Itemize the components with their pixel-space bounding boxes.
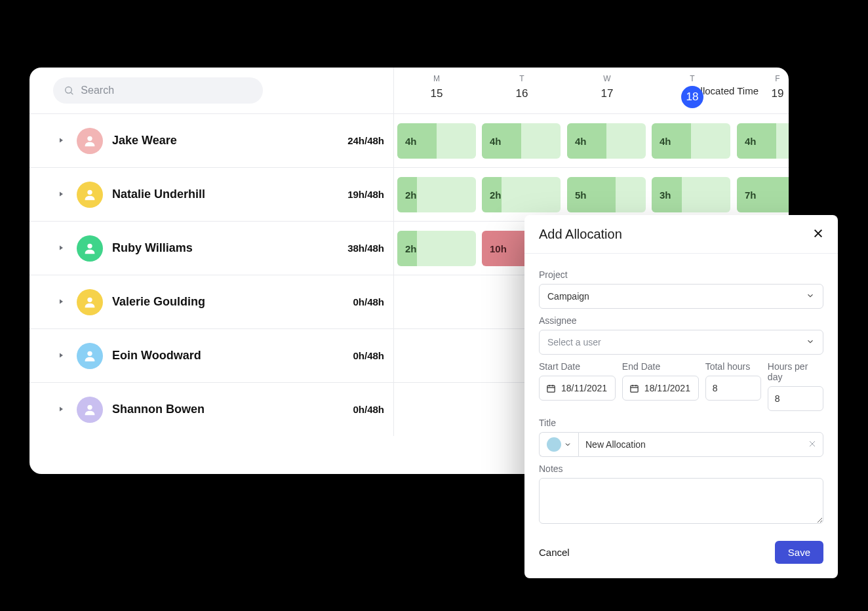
- allocated-time: 0h/48h: [353, 296, 384, 307]
- dialog-footer: Cancel Save: [524, 529, 838, 578]
- allocation-cell[interactable]: 4h: [567, 123, 646, 159]
- day-column[interactable]: T16: [479, 74, 564, 100]
- allocated-time: 0h/48h: [353, 350, 384, 361]
- assignee-label: Assignee: [539, 315, 823, 326]
- svg-rect-16: [547, 385, 555, 392]
- expand-caret-icon[interactable]: [57, 296, 65, 308]
- allocation-cells: 2h2h5h3h7h: [393, 168, 789, 221]
- end-date-input[interactable]: 18/11/2021: [622, 376, 699, 401]
- allocation-cell[interactable]: 7h: [737, 177, 789, 212]
- allocation-cells: 4h4h4h4h4h: [393, 114, 789, 167]
- allocation-cell[interactable]: 2h: [397, 177, 476, 212]
- expand-caret-icon[interactable]: [57, 404, 65, 416]
- search-input[interactable]: [81, 85, 252, 96]
- allocated-time: 24h/48h: [347, 135, 384, 146]
- svg-point-11: [87, 351, 92, 355]
- allocation-cell[interactable]: 4h: [482, 123, 561, 159]
- expand-caret-icon[interactable]: [57, 189, 65, 201]
- title-input[interactable]: New Allocation: [578, 432, 823, 457]
- person-name: Valerie Goulding: [112, 295, 205, 309]
- allocation-fill: [567, 123, 606, 159]
- notes-textarea[interactable]: [539, 478, 823, 524]
- svg-marker-12: [60, 406, 63, 411]
- person-row-left: Eoin Woodward0h/48h: [30, 343, 393, 369]
- start-date-label: Start Date: [539, 361, 616, 372]
- title-label: Title: [539, 418, 823, 428]
- calendar-icon: [629, 384, 639, 393]
- svg-marker-6: [60, 245, 63, 250]
- project-select[interactable]: Campaign: [539, 284, 823, 309]
- allocation-cell[interactable]: 5h: [567, 177, 646, 212]
- allocation-hours: 4h: [405, 136, 417, 147]
- avatar: [77, 182, 103, 208]
- allocation-fill: [652, 123, 691, 159]
- expand-caret-icon[interactable]: [57, 350, 65, 362]
- person-row-left: Shannon Bowen0h/48h: [30, 397, 393, 423]
- start-date-input[interactable]: 18/11/2021: [539, 376, 616, 401]
- person-row-left: Jake Weare24h/48h: [30, 128, 393, 154]
- person-name: Jake Weare: [112, 134, 177, 148]
- notes-label: Notes: [539, 463, 823, 474]
- day-column[interactable]: F19: [735, 74, 789, 100]
- allocation-hours: 3h: [660, 189, 671, 201]
- title-value: New Allocation: [585, 439, 646, 450]
- assignee-select[interactable]: Select a user: [539, 330, 823, 355]
- chevron-down-icon: [806, 291, 815, 302]
- day-column[interactable]: T18: [650, 74, 735, 108]
- avatar: [77, 343, 103, 369]
- add-allocation-dialog: Add Allocation Project Campaign Assignee…: [524, 215, 838, 578]
- allocation-hours: 2h: [490, 189, 502, 201]
- total-hours-label: Total hours: [705, 361, 761, 372]
- save-button[interactable]: Save: [775, 541, 823, 564]
- svg-point-0: [66, 87, 72, 94]
- chevron-down-icon: [806, 337, 815, 348]
- day-column[interactable]: W17: [564, 74, 650, 100]
- allocation-hours: 5h: [575, 189, 587, 201]
- color-swatch: [547, 437, 561, 452]
- allocation-cell[interactable]: 3h: [652, 177, 730, 212]
- allocation-cell[interactable]: 2h: [482, 177, 561, 212]
- person-name: Eoin Woodward: [112, 349, 201, 363]
- person-name: Shannon Bowen: [112, 403, 205, 416]
- person-name: Natalie Underhill: [112, 187, 205, 201]
- day-number: 17: [564, 87, 650, 100]
- allocation-cell[interactable]: 4h: [652, 123, 730, 159]
- allocated-time: 0h/48h: [353, 404, 384, 415]
- allocation-cell[interactable]: 4h: [397, 123, 476, 159]
- svg-point-7: [87, 243, 92, 248]
- person-row-left: Valerie Goulding0h/48h: [30, 289, 393, 315]
- clear-icon[interactable]: [808, 439, 816, 450]
- cancel-button[interactable]: Cancel: [539, 547, 570, 558]
- allocation-cell[interactable]: 2h: [397, 231, 476, 266]
- allocation-hours: 10h: [490, 243, 507, 254]
- allocation-cell[interactable]: 4h: [737, 123, 789, 159]
- avatar: [77, 128, 103, 154]
- svg-point-5: [87, 189, 92, 194]
- person-row: Jake Weare24h/48h4h4h4h4h4h: [30, 113, 789, 167]
- day-column[interactable]: M15: [394, 74, 479, 100]
- day-of-week: F: [735, 74, 789, 83]
- close-icon[interactable]: [813, 226, 823, 243]
- avatar: [77, 289, 103, 315]
- calendar-icon: [546, 384, 556, 393]
- allocation-hours: 2h: [405, 189, 417, 201]
- person-row-left: Ruby Williams38h/48h: [30, 235, 393, 262]
- search-box[interactable]: [53, 77, 263, 104]
- svg-rect-20: [631, 385, 638, 392]
- end-date-label: End Date: [622, 361, 699, 372]
- hours-per-day-input[interactable]: 8: [768, 386, 823, 411]
- avatar: [77, 397, 103, 423]
- svg-point-13: [87, 404, 92, 409]
- allocation-hours: 7h: [745, 189, 757, 201]
- expand-caret-icon[interactable]: [57, 135, 65, 147]
- dialog-title: Add Allocation: [539, 227, 622, 242]
- expand-caret-icon[interactable]: [57, 243, 65, 254]
- color-picker[interactable]: [539, 432, 578, 457]
- total-hours-input[interactable]: 8: [705, 376, 761, 401]
- calendar-header: M15T16W17T18F19: [393, 68, 789, 117]
- day-number: 18: [681, 86, 703, 108]
- day-of-week: T: [479, 74, 564, 83]
- svg-marker-4: [60, 191, 63, 196]
- day-of-week: T: [650, 74, 735, 83]
- day-number: 16: [479, 87, 564, 100]
